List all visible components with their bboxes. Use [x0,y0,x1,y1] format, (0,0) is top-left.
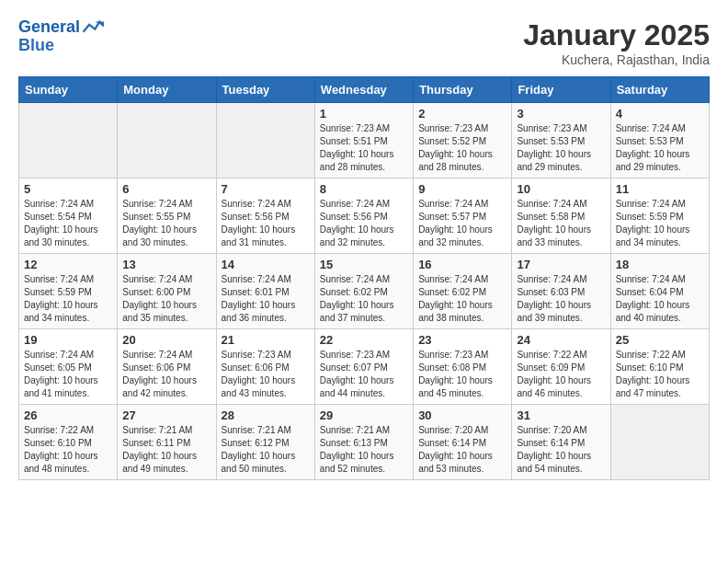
day-info: Sunrise: 7:24 AMSunset: 5:58 PMDaylight:… [517,198,605,249]
calendar-day-cell: 18Sunrise: 7:24 AMSunset: 6:04 PMDayligh… [610,254,709,329]
day-number: 19 [24,333,112,347]
day-number: 26 [24,408,112,422]
logo: General Blue [18,18,104,55]
day-info: Sunrise: 7:20 AMSunset: 6:14 PMDaylight:… [517,424,605,476]
calendar-day-cell: 26Sunrise: 7:22 AMSunset: 6:10 PMDayligh… [19,405,118,480]
calendar-day-cell: 6Sunrise: 7:24 AMSunset: 5:55 PMDaylight… [118,178,216,254]
day-number: 17 [517,258,605,271]
calendar-day-cell: 7Sunrise: 7:24 AMSunset: 5:56 PMDaylight… [216,178,314,254]
calendar-day-cell [118,103,216,178]
calendar-day-cell [610,405,709,480]
day-number: 21 [222,333,310,347]
day-info: Sunrise: 7:24 AMSunset: 6:03 PMDaylight:… [517,273,605,325]
day-number: 7 [222,182,310,196]
day-info: Sunrise: 7:24 AMSunset: 6:06 PMDaylight:… [122,349,210,400]
weekday-header: Wednesday [314,77,413,103]
logo-general: General [18,18,80,37]
calendar-day-cell: 11Sunrise: 7:24 AMSunset: 5:59 PMDayligh… [610,178,709,254]
calendar-day-cell: 8Sunrise: 7:24 AMSunset: 5:56 PMDaylight… [314,178,413,254]
day-number: 5 [24,182,112,196]
calendar-day-cell: 5Sunrise: 7:24 AMSunset: 5:54 PMDaylight… [19,178,118,254]
day-info: Sunrise: 7:21 AMSunset: 6:12 PMDaylight:… [222,424,310,476]
day-number: 16 [418,258,506,271]
day-info: Sunrise: 7:22 AMSunset: 6:09 PMDaylight:… [517,349,605,400]
title-section: January 2025 Kuchera, Rajasthan, India [523,18,710,67]
calendar-day-cell: 22Sunrise: 7:23 AMSunset: 6:07 PMDayligh… [314,329,413,405]
day-info: Sunrise: 7:24 AMSunset: 6:05 PMDaylight:… [24,349,112,400]
calendar-day-cell: 2Sunrise: 7:23 AMSunset: 5:52 PMDaylight… [414,103,512,178]
day-info: Sunrise: 7:24 AMSunset: 6:01 PMDaylight:… [222,273,310,325]
calendar-day-cell: 30Sunrise: 7:20 AMSunset: 6:14 PMDayligh… [414,405,512,480]
calendar-day-cell: 28Sunrise: 7:21 AMSunset: 6:12 PMDayligh… [216,405,314,480]
calendar: SundayMondayTuesdayWednesdayThursdayFrid… [18,76,710,480]
day-info: Sunrise: 7:24 AMSunset: 5:59 PMDaylight:… [616,198,704,249]
calendar-day-cell: 29Sunrise: 7:21 AMSunset: 6:13 PMDayligh… [314,405,413,480]
calendar-day-cell: 16Sunrise: 7:24 AMSunset: 6:02 PMDayligh… [414,254,512,329]
weekday-header: Thursday [414,77,512,103]
day-number: 23 [418,333,506,347]
calendar-day-cell: 3Sunrise: 7:23 AMSunset: 5:53 PMDaylight… [512,103,610,178]
day-number: 9 [418,182,506,196]
day-info: Sunrise: 7:21 AMSunset: 6:13 PMDaylight:… [320,424,408,476]
calendar-week-row: 1Sunrise: 7:23 AMSunset: 5:51 PMDaylight… [19,103,710,178]
day-info: Sunrise: 7:24 AMSunset: 6:02 PMDaylight:… [418,273,506,325]
day-number: 11 [616,182,704,196]
calendar-week-row: 12Sunrise: 7:24 AMSunset: 5:59 PMDayligh… [19,254,710,329]
day-info: Sunrise: 7:23 AMSunset: 6:07 PMDaylight:… [320,349,408,400]
logo-icon [82,18,104,37]
calendar-day-cell: 31Sunrise: 7:20 AMSunset: 6:14 PMDayligh… [512,405,610,480]
calendar-day-cell [216,103,314,178]
day-number: 28 [222,408,310,422]
calendar-week-row: 26Sunrise: 7:22 AMSunset: 6:10 PMDayligh… [19,405,710,480]
calendar-day-cell: 27Sunrise: 7:21 AMSunset: 6:11 PMDayligh… [118,405,216,480]
day-info: Sunrise: 7:23 AMSunset: 5:53 PMDaylight:… [517,122,605,174]
weekday-header: Friday [512,77,610,103]
day-number: 4 [616,107,704,121]
day-info: Sunrise: 7:23 AMSunset: 5:52 PMDaylight:… [418,122,506,174]
calendar-day-cell: 17Sunrise: 7:24 AMSunset: 6:03 PMDayligh… [512,254,610,329]
calendar-day-cell: 20Sunrise: 7:24 AMSunset: 6:06 PMDayligh… [118,329,216,405]
calendar-day-cell [19,103,118,178]
calendar-day-cell: 15Sunrise: 7:24 AMSunset: 6:02 PMDayligh… [314,254,413,329]
day-info: Sunrise: 7:21 AMSunset: 6:11 PMDaylight:… [122,424,210,476]
day-info: Sunrise: 7:23 AMSunset: 6:08 PMDaylight:… [418,349,506,400]
calendar-day-cell: 24Sunrise: 7:22 AMSunset: 6:09 PMDayligh… [512,329,610,405]
location: Kuchera, Rajasthan, India [523,52,710,67]
calendar-week-row: 5Sunrise: 7:24 AMSunset: 5:54 PMDaylight… [19,178,710,254]
day-info: Sunrise: 7:24 AMSunset: 5:59 PMDaylight:… [24,273,112,325]
day-number: 29 [320,408,408,422]
calendar-day-cell: 10Sunrise: 7:24 AMSunset: 5:58 PMDayligh… [512,178,610,254]
day-number: 3 [517,107,605,121]
day-number: 1 [320,107,408,121]
day-info: Sunrise: 7:23 AMSunset: 6:06 PMDaylight:… [222,349,310,400]
day-info: Sunrise: 7:24 AMSunset: 5:57 PMDaylight:… [418,198,506,249]
day-info: Sunrise: 7:24 AMSunset: 6:02 PMDaylight:… [320,273,408,325]
calendar-day-cell: 4Sunrise: 7:24 AMSunset: 5:53 PMDaylight… [610,103,709,178]
day-number: 14 [222,258,310,271]
day-info: Sunrise: 7:24 AMSunset: 6:04 PMDaylight:… [616,273,704,325]
day-info: Sunrise: 7:24 AMSunset: 5:53 PMDaylight:… [616,122,704,174]
day-number: 8 [320,182,408,196]
day-info: Sunrise: 7:24 AMSunset: 5:55 PMDaylight:… [122,198,210,249]
day-info: Sunrise: 7:22 AMSunset: 6:10 PMDaylight:… [24,424,112,476]
calendar-day-cell: 19Sunrise: 7:24 AMSunset: 6:05 PMDayligh… [19,329,118,405]
day-number: 20 [122,333,210,347]
weekday-header: Saturday [610,77,709,103]
day-number: 2 [418,107,506,121]
day-number: 31 [517,408,605,422]
calendar-day-cell: 1Sunrise: 7:23 AMSunset: 5:51 PMDaylight… [314,103,413,178]
calendar-day-cell: 23Sunrise: 7:23 AMSunset: 6:08 PMDayligh… [414,329,512,405]
weekday-header: Tuesday [216,77,314,103]
weekday-header-row: SundayMondayTuesdayWednesdayThursdayFrid… [19,77,710,103]
calendar-day-cell: 13Sunrise: 7:24 AMSunset: 6:00 PMDayligh… [118,254,216,329]
weekday-header: Monday [118,77,216,103]
calendar-day-cell: 21Sunrise: 7:23 AMSunset: 6:06 PMDayligh… [216,329,314,405]
day-number: 27 [122,408,210,422]
day-number: 22 [320,333,408,347]
calendar-day-cell: 14Sunrise: 7:24 AMSunset: 6:01 PMDayligh… [216,254,314,329]
header: General Blue January 2025 Kuchera, Rajas… [18,18,710,67]
day-number: 6 [122,182,210,196]
calendar-week-row: 19Sunrise: 7:24 AMSunset: 6:05 PMDayligh… [19,329,710,405]
day-info: Sunrise: 7:24 AMSunset: 5:54 PMDaylight:… [24,198,112,249]
day-number: 18 [616,258,704,271]
